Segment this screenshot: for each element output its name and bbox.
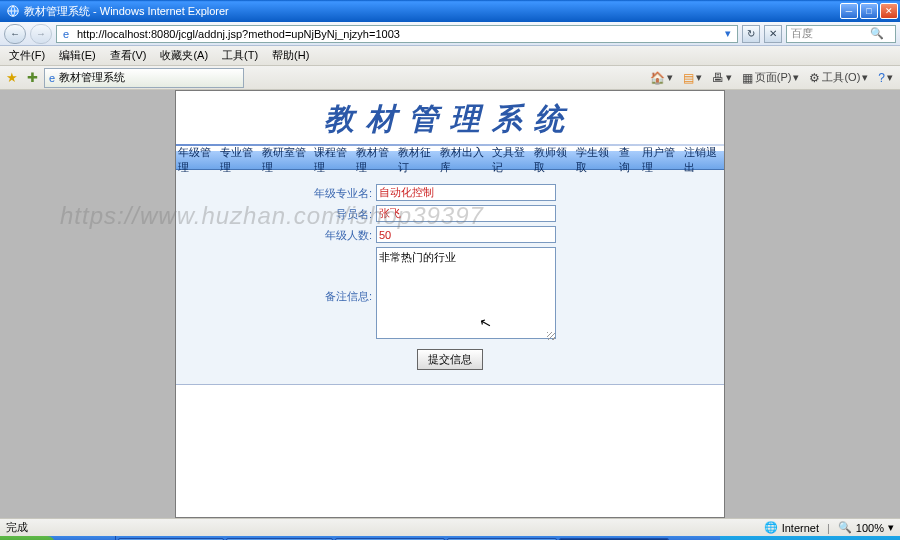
nav-major[interactable]: 专业管理 bbox=[218, 145, 260, 175]
app-menubar: 年级管理 专业管理 教研室管理 课程管理 教材管理 教材征订 教材出入库 文具登… bbox=[176, 150, 724, 170]
address-bar[interactable]: e ▾ bbox=[56, 25, 738, 43]
tab-toolbar: ★ ✚ e 教材管理系统 🏠▾ ▤▾ 🖶▾ ▦页面(P)▾ ⚙工具(O)▾ ?▾ bbox=[0, 66, 900, 90]
nav-user[interactable]: 用户管理 bbox=[640, 145, 682, 175]
help-tool[interactable]: ?▾ bbox=[875, 69, 896, 87]
tab-title: 教材管理系统 bbox=[59, 70, 125, 85]
nav-toolbar: ← → e ▾ ↻ ✕ 🔍 bbox=[0, 22, 900, 46]
label-remark: 备注信息: bbox=[176, 247, 376, 304]
nav-stationery[interactable]: 文具登记 bbox=[490, 145, 532, 175]
print-tool[interactable]: 🖶▾ bbox=[709, 69, 735, 87]
input-tutor[interactable] bbox=[376, 205, 556, 222]
start-button[interactable]: ⊞ 开始 bbox=[0, 536, 55, 540]
submit-button[interactable]: 提交信息 bbox=[417, 349, 483, 370]
stop-button[interactable]: ✕ bbox=[764, 25, 782, 43]
label-tutor: 导员名: bbox=[176, 205, 376, 222]
nav-textbook[interactable]: 教材管理 bbox=[354, 145, 396, 175]
taskbar: ⊞ 开始 e 🗔 ▶ 🗄SQL Server Enter 🎮迅雷游戏大厅 - …… bbox=[0, 536, 900, 540]
tools-tool[interactable]: ⚙工具(O)▾ bbox=[806, 68, 871, 87]
help-icon: ? bbox=[878, 71, 885, 85]
close-button[interactable]: ✕ bbox=[880, 3, 898, 19]
forward-button[interactable]: → bbox=[30, 24, 52, 44]
menu-help[interactable]: 帮助(H) bbox=[267, 46, 314, 65]
page-tool[interactable]: ▦页面(P)▾ bbox=[739, 68, 803, 87]
browser-menubar: 文件(F) 编辑(E) 查看(V) 收藏夹(A) 工具(T) 帮助(H) bbox=[0, 46, 900, 66]
search-box[interactable]: 🔍 bbox=[786, 25, 896, 43]
window-titlebar: 教材管理系统 - Windows Internet Explorer ─ □ ✕ bbox=[0, 0, 900, 22]
zoom-icon: 🔍 bbox=[838, 521, 852, 534]
nav-grade[interactable]: 年级管理 bbox=[176, 145, 218, 175]
nav-student[interactable]: 学生领取 bbox=[574, 145, 616, 175]
web-page: 教材管理系统 年级管理 专业管理 教研室管理 课程管理 教材管理 教材征订 教材… bbox=[175, 90, 725, 518]
browser-tab[interactable]: e 教材管理系统 bbox=[44, 68, 244, 88]
content-viewport: https://www.huzhan.com/ishop39397 教材管理系统… bbox=[0, 90, 900, 518]
input-count[interactable] bbox=[376, 226, 556, 243]
search-icon[interactable]: 🔍 bbox=[867, 27, 887, 40]
back-button[interactable]: ← bbox=[4, 24, 26, 44]
nav-query[interactable]: 查询 bbox=[617, 145, 640, 175]
dropdown-icon[interactable]: ▾ bbox=[721, 27, 735, 40]
tab-favicon: e bbox=[49, 72, 55, 84]
globe-icon: 🌐 bbox=[764, 521, 778, 534]
url-input[interactable] bbox=[75, 28, 719, 40]
nav-course[interactable]: 课程管理 bbox=[312, 145, 354, 175]
search-input[interactable] bbox=[787, 28, 867, 40]
system-tray: 🛡 🐧 🐧 🐧 🔊 🖧 ㊥ ✓ 17:59 bbox=[720, 536, 900, 540]
form-panel: 年级专业名: 导员名: 年级人数: 备注信息: 非常热门的行业 bbox=[176, 170, 724, 385]
minimize-button[interactable]: ─ bbox=[840, 3, 858, 19]
window-title: 教材管理系统 - Windows Internet Explorer bbox=[24, 4, 840, 19]
refresh-button[interactable]: ↻ bbox=[742, 25, 760, 43]
home-tool[interactable]: 🏠▾ bbox=[647, 69, 676, 87]
gear-icon: ⚙ bbox=[809, 71, 820, 85]
nav-teacher[interactable]: 教师领取 bbox=[532, 145, 574, 175]
page-icon: ▦ bbox=[742, 71, 753, 85]
print-icon: 🖶 bbox=[712, 71, 724, 85]
textarea-remark[interactable]: 非常热门的行业 bbox=[376, 247, 556, 339]
security-zone[interactable]: 🌐 Internet bbox=[764, 521, 819, 534]
label-count: 年级人数: bbox=[176, 226, 376, 243]
input-major[interactable] bbox=[376, 184, 556, 201]
rss-icon: ▤ bbox=[683, 71, 694, 85]
nav-stock[interactable]: 教材出入库 bbox=[438, 145, 490, 175]
menu-file[interactable]: 文件(F) bbox=[4, 46, 50, 65]
page-icon: e bbox=[59, 28, 73, 40]
feed-tool[interactable]: ▤▾ bbox=[680, 69, 705, 87]
resize-handle[interactable] bbox=[547, 332, 555, 340]
page-title: 教材管理系统 bbox=[176, 91, 724, 150]
nav-logout[interactable]: 注销退出 bbox=[682, 145, 724, 175]
add-favorites-icon[interactable]: ✚ bbox=[24, 70, 40, 86]
task-buttons: 🗄SQL Server Enter 🎮迅雷游戏大厅 - … 📁E:\00000\… bbox=[116, 536, 720, 540]
nav-dept[interactable]: 教研室管理 bbox=[260, 145, 312, 175]
status-bar: 完成 🌐 Internet | 🔍 100% ▾ bbox=[0, 518, 900, 536]
zoom-control[interactable]: 🔍 100% ▾ bbox=[838, 521, 894, 534]
home-icon: 🏠 bbox=[650, 71, 665, 85]
ie-icon bbox=[6, 4, 20, 18]
menu-tools[interactable]: 工具(T) bbox=[217, 46, 263, 65]
status-text: 完成 bbox=[6, 520, 28, 535]
menu-edit[interactable]: 编辑(E) bbox=[54, 46, 101, 65]
nav-order[interactable]: 教材征订 bbox=[396, 145, 438, 175]
menu-favorites[interactable]: 收藏夹(A) bbox=[155, 46, 213, 65]
menu-view[interactable]: 查看(V) bbox=[105, 46, 152, 65]
label-major: 年级专业名: bbox=[176, 184, 376, 201]
chevron-down-icon: ▾ bbox=[888, 521, 894, 534]
quick-launch: e 🗔 ▶ bbox=[55, 536, 116, 540]
maximize-button[interactable]: □ bbox=[860, 3, 878, 19]
favorites-icon[interactable]: ★ bbox=[4, 70, 20, 86]
